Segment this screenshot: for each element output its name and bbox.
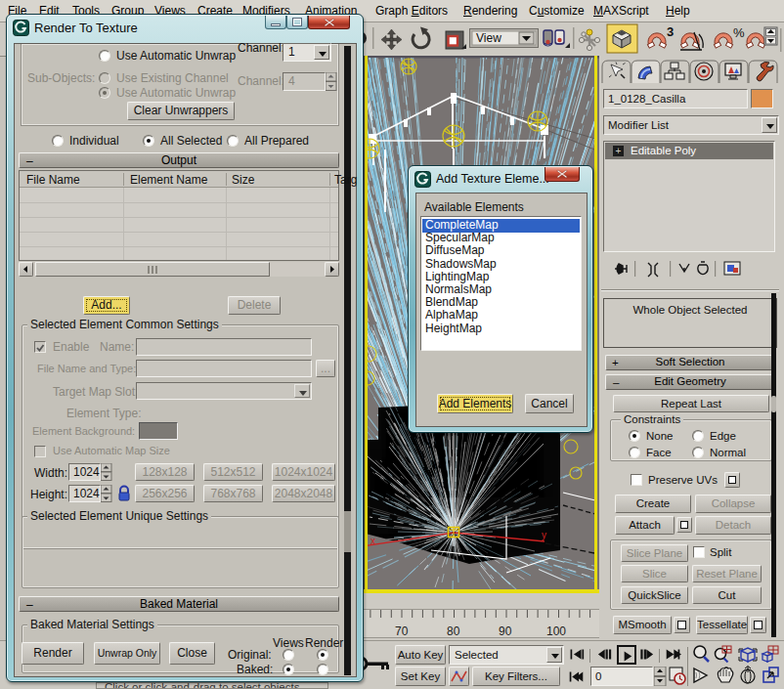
svg-text:View: View [476, 31, 501, 45]
svg-text:80: 80 [447, 624, 460, 638]
svg-text:x: x [370, 536, 375, 546]
svg-text:3: 3 [667, 24, 674, 39]
svg-text:y: y [542, 530, 546, 540]
svg-text:100: 100 [546, 624, 566, 638]
svg-text:%: % [733, 25, 745, 40]
svg-text:70: 70 [395, 624, 409, 638]
svg-text:90: 90 [499, 624, 512, 638]
